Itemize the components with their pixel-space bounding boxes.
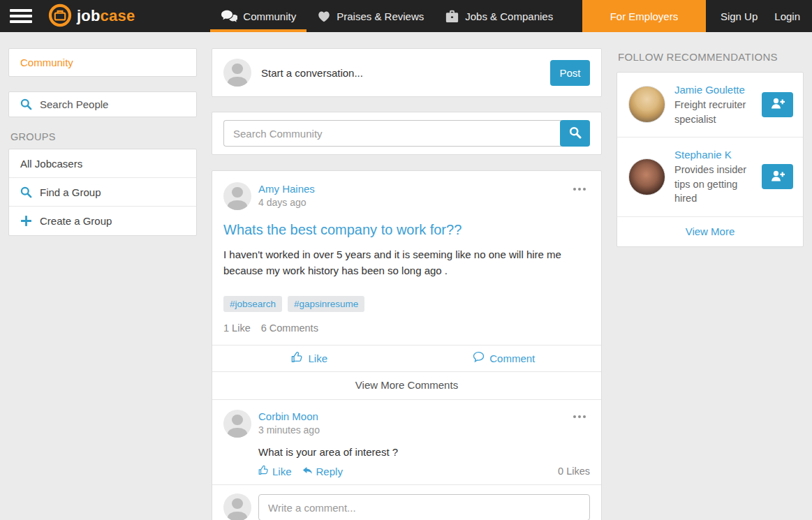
comment-reply-button[interactable]: Reply xyxy=(302,466,343,477)
avatar xyxy=(223,410,251,438)
briefcase-icon xyxy=(445,10,459,23)
start-conversation-field[interactable]: Start a conversation... xyxy=(261,67,540,79)
thumbs-up-icon xyxy=(258,465,269,477)
post-body-text: I haven't worked in over 5 years and it … xyxy=(223,247,590,278)
view-more-link[interactable]: View More xyxy=(617,217,803,246)
comment-button[interactable]: Comment xyxy=(407,346,602,371)
person-description: Provides insider tips on getting hired xyxy=(674,163,753,206)
like-count[interactable]: 1 Like xyxy=(223,322,251,334)
navbar-right: For Employers Sign Up Login xyxy=(582,0,812,32)
feed-post: Amy Haines 4 days ago Whats the best com… xyxy=(212,170,602,520)
sign-up-link[interactable]: Sign Up xyxy=(721,0,758,32)
hashtag-pill[interactable]: #gapsinresume xyxy=(288,296,364,312)
comment-actions: Like Reply 0 Likes xyxy=(258,465,590,477)
sidebar-item-search-people[interactable]: Search People xyxy=(8,91,197,117)
search-people-label: Search People xyxy=(40,98,108,110)
post-counts: 1 Like 6 Comments xyxy=(223,322,590,334)
comment-count[interactable]: 6 Comments xyxy=(261,322,318,334)
jobcase-logo[interactable]: jobcase xyxy=(48,0,135,32)
person-info: Jamie Goulette Freight recruiter special… xyxy=(674,82,753,126)
post-options-icon[interactable] xyxy=(573,188,586,191)
follow-button[interactable] xyxy=(762,92,793,117)
comment: Corbin Moon 3 minutes ago What is your a… xyxy=(212,399,601,484)
login-link[interactable]: Login xyxy=(774,0,800,32)
left-sidebar: Community Search People GROUPS All Jobca… xyxy=(8,48,197,236)
recommended-person: Stephanie K Provides insider tips on get… xyxy=(617,138,803,217)
comment-like-label: Like xyxy=(272,466,292,477)
group-label: Find a Group xyxy=(40,186,101,198)
avatar xyxy=(223,493,251,520)
post-title[interactable]: Whats the best company to work for?? xyxy=(223,222,590,238)
recommended-person: Jamie Goulette Freight recruiter special… xyxy=(617,73,803,138)
avatar xyxy=(223,59,251,87)
search-icon xyxy=(20,98,32,110)
avatar-photo[interactable] xyxy=(628,86,665,123)
right-sidebar: FOLLOW RECOMMENDATIONS Jamie Goulette Fr… xyxy=(617,48,804,247)
post-tags: #jobsearch #gapsinresume xyxy=(223,296,590,312)
post-composer: Start a conversation... Post xyxy=(212,48,602,97)
top-navbar: jobcase Community Praises & Reviews xyxy=(0,0,812,32)
comment-main: Corbin Moon 3 minutes ago What is your a… xyxy=(258,410,590,477)
thumbs-up-icon xyxy=(291,351,303,365)
comment-bubble-icon xyxy=(473,351,485,365)
jobcase-logo-icon xyxy=(48,3,72,29)
comment-like-button[interactable]: Like xyxy=(258,465,292,477)
post-author-link[interactable]: Amy Haines xyxy=(258,183,566,195)
tab-jobs-label: Jobs & Companies xyxy=(465,10,553,22)
reply-arrow-icon xyxy=(302,466,313,477)
group-label: All Jobcasers xyxy=(20,158,82,170)
post-timestamp: 4 days ago xyxy=(258,197,566,208)
follow-button[interactable] xyxy=(762,164,793,189)
comment-composer xyxy=(212,484,601,520)
primary-tabs: Community Praises & Reviews Jobs & Compa… xyxy=(210,0,563,32)
sidebar-item-all-jobcasers[interactable]: All Jobcasers xyxy=(9,149,196,178)
follow-recommendations-heading: FOLLOW RECOMMENDATIONS xyxy=(618,51,804,63)
comment-likes-count: 0 Likes xyxy=(558,466,590,477)
like-button[interactable]: Like xyxy=(212,346,407,371)
tab-praises-label: Praises & Reviews xyxy=(337,10,424,22)
tab-praises-reviews[interactable]: Praises & Reviews xyxy=(307,0,434,32)
search-submit-button[interactable] xyxy=(560,120,590,147)
group-label: Create a Group xyxy=(40,215,112,227)
brand-wordmark: jobcase xyxy=(77,7,135,25)
comment-button-label: Comment xyxy=(489,352,535,364)
sidebar-item-create-a-group[interactable]: Create a Group xyxy=(9,207,196,235)
comment-reply-label: Reply xyxy=(316,466,343,477)
groups-heading: GROUPS xyxy=(10,131,197,142)
person-info: Stephanie K Provides insider tips on get… xyxy=(674,147,753,206)
heart-icon xyxy=(317,10,331,22)
tab-community[interactable]: Community xyxy=(210,0,307,32)
person-plus-icon xyxy=(770,97,785,112)
post-header: Amy Haines 4 days ago xyxy=(212,171,601,210)
write-comment-input[interactable] xyxy=(258,494,590,520)
for-employers-button[interactable]: For Employers xyxy=(582,0,706,32)
plus-icon xyxy=(20,216,32,226)
sidebar-item-community[interactable]: Community xyxy=(8,48,197,77)
comment-header: Corbin Moon 3 minutes ago xyxy=(258,410,590,436)
tab-community-label: Community xyxy=(243,10,296,22)
groups-list: All Jobcasers Find a Group Create a Grou… xyxy=(8,149,197,236)
post-author-block: Amy Haines 4 days ago xyxy=(258,182,566,210)
tab-jobs-companies[interactable]: Jobs & Companies xyxy=(434,0,563,32)
follow-recommendations-card: Jamie Goulette Freight recruiter special… xyxy=(617,72,804,247)
hamburger-menu-icon[interactable] xyxy=(10,6,32,26)
hashtag-pill[interactable]: #jobsearch xyxy=(223,296,282,312)
avatar xyxy=(223,182,251,210)
chat-bubbles-icon xyxy=(221,10,237,23)
person-name-link[interactable]: Jamie Goulette xyxy=(674,84,753,96)
comment-author-block: Corbin Moon 3 minutes ago xyxy=(258,410,573,436)
comment-timestamp: 3 minutes ago xyxy=(258,424,573,436)
search-icon xyxy=(569,126,582,141)
sidebar-item-find-a-group[interactable]: Find a Group xyxy=(9,178,196,207)
person-name-link[interactable]: Stephanie K xyxy=(674,149,753,161)
post-action-bar: Like Comment xyxy=(212,345,601,371)
avatar-photo[interactable] xyxy=(628,158,665,195)
search-community-input[interactable] xyxy=(223,120,561,147)
view-more-comments[interactable]: View More Comments xyxy=(212,371,601,399)
person-description: Freight recruiter specialist xyxy=(674,98,753,126)
search-icon xyxy=(20,186,32,198)
comment-body-text: What is your area of interest ? xyxy=(258,446,590,458)
comment-author-link[interactable]: Corbin Moon xyxy=(258,410,573,422)
comment-options-icon[interactable] xyxy=(573,415,586,418)
post-button[interactable]: Post xyxy=(550,60,590,86)
